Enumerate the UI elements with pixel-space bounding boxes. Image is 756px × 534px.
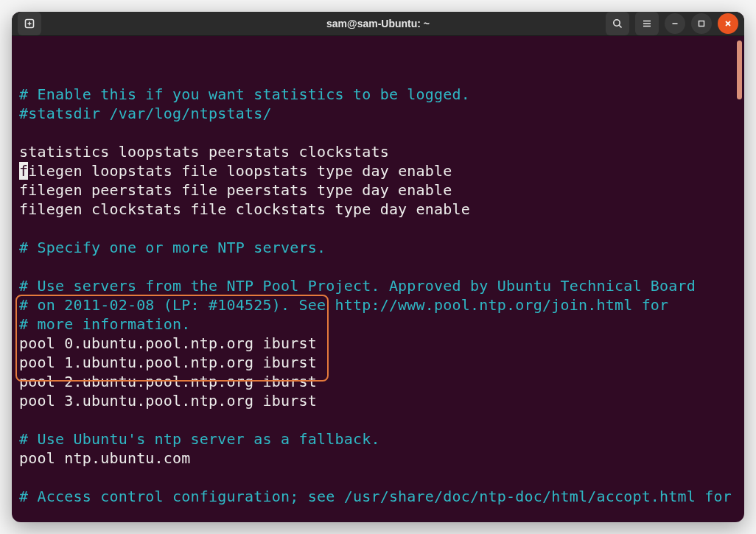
scrollbar-thumb[interactable]	[737, 41, 742, 99]
close-button[interactable]	[718, 13, 738, 34]
blank-line	[19, 66, 28, 84]
terminal-body[interactable]: # Enable this if you want statistics to …	[12, 36, 735, 522]
config-line: filegen peerstats file peerstats type da…	[19, 181, 452, 199]
pool-line: pool ntp.ubuntu.com	[19, 449, 191, 467]
comment-line: # on 2011-02-08 (LP: #104525). See http:…	[19, 296, 668, 314]
comment-line: # Specify one or more NTP servers.	[19, 239, 326, 256]
scrollbar[interactable]	[735, 36, 744, 522]
terminal-body-wrap: # Enable this if you want statistics to …	[12, 36, 744, 522]
new-tab-button[interactable]	[18, 12, 41, 35]
search-button[interactable]	[606, 12, 629, 35]
pool-line: pool 3.ubuntu.pool.ntp.org iburst	[19, 392, 317, 410]
maximize-button[interactable]	[691, 13, 712, 34]
config-line: filegen loopstats file loopstats type da…	[19, 162, 452, 180]
pool-line: pool 0.ubuntu.pool.ntp.org iburst	[19, 334, 317, 352]
svg-rect-9	[699, 21, 704, 27]
menu-button[interactable]	[635, 12, 659, 35]
comment-line: # Access control configuration; see /usr…	[19, 488, 732, 505]
cursor: f	[19, 162, 28, 180]
config-text: ilegen loopstats file loopstats type day…	[28, 162, 452, 180]
config-line: statistics loopstats peerstats clockstat…	[19, 143, 389, 161]
comment-line: # Enable this if you want statistics to …	[19, 85, 470, 103]
titlebar: sam@sam-Ubuntu: ~	[12, 12, 744, 36]
comment-line: # Use Ubuntu's ntp server as a fallback.	[19, 430, 380, 448]
comment-line: #statsdir /var/log/ntpstats/	[19, 105, 272, 122]
window-title: sam@sam-Ubuntu: ~	[165, 18, 591, 29]
svg-point-3	[614, 20, 620, 26]
terminal-window: sam@sam-Ubuntu: ~	[12, 12, 744, 522]
config-line: filegen clockstats file clockstats type …	[19, 200, 470, 218]
pool-line: pool 1.ubuntu.pool.ntp.org iburst	[19, 354, 317, 371]
minimize-button[interactable]	[665, 13, 685, 34]
comment-line: # Use servers from the NTP Pool Project.…	[19, 277, 696, 295]
pool-line: pool 2.ubuntu.pool.ntp.org iburst	[19, 373, 317, 390]
comment-line: # more information.	[19, 315, 191, 333]
svg-line-4	[619, 25, 621, 27]
